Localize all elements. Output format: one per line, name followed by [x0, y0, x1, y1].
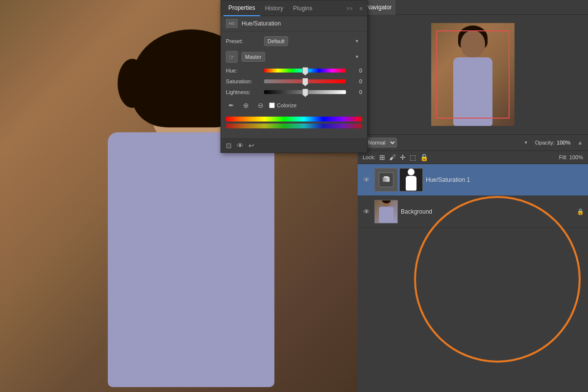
hue-row: Hue: 0	[226, 68, 362, 74]
navigator-tab[interactable]: Navigator	[363, 0, 395, 15]
mask-person-white	[404, 169, 418, 190]
lightness-slider-container	[264, 90, 346, 94]
right-panel: Navigator Normal ▼ Opacity	[358, 0, 588, 392]
props-title: Hue/Saturation	[242, 20, 281, 27]
lock-image-btn[interactable]: 🖌	[389, 153, 396, 161]
props-title-bar: HS Hue/Saturation	[221, 16, 367, 31]
eyedropper-subtract-btn[interactable]: ⊖	[255, 100, 266, 111]
preset-row: Preset: Default ▼	[226, 36, 362, 46]
opacity-value: 100%	[557, 140, 571, 146]
opacity-expand[interactable]: ▲	[577, 139, 583, 146]
lock-position-btn[interactable]: ✛	[400, 153, 406, 161]
lock-row: Lock: ⊞ 🖌 ✛ ⬚ 🔒 Fill: 100%	[358, 151, 588, 164]
blend-mode-select[interactable]: Normal	[363, 138, 397, 147]
colorize-text: Colorize	[277, 102, 296, 108]
colorize-checkbox[interactable]	[269, 102, 275, 108]
channel-row: ☞ Master ▼	[226, 51, 362, 63]
preset-label: Preset:	[226, 38, 260, 44]
layer-visibility-bg[interactable]: 👁	[362, 207, 371, 217]
opacity-label: Opacity:	[535, 140, 555, 146]
eyedropper-add-btn[interactable]: ⊕	[241, 100, 251, 111]
tab-properties[interactable]: Properties	[223, 0, 260, 16]
lightness-value: 0	[350, 89, 362, 95]
clip-to-layer-btn[interactable]: ⊡	[226, 142, 232, 149]
tab-plugins[interactable]: Plugins	[288, 0, 317, 16]
saturation-value: 0	[350, 78, 362, 84]
layer-visibility-hue-sat[interactable]: 👁	[362, 175, 371, 185]
eyedropper-btn[interactable]: ✒	[226, 100, 237, 111]
nav-thumb-body	[453, 57, 492, 126]
props-menu-btn[interactable]: ≡	[358, 4, 365, 12]
color-spectrum-top	[226, 117, 362, 122]
layer-lock-icon: 🔒	[577, 208, 584, 215]
hue-sat-icon: HS	[226, 19, 238, 28]
lock-pixels-btn[interactable]: ⊞	[379, 153, 385, 161]
preset-select[interactable]: Default	[264, 36, 288, 46]
saturation-label: Saturation:	[226, 78, 260, 84]
hue-slider-thumb[interactable]	[302, 67, 308, 74]
properties-panel: Properties History Plugins >> ≡ HS Hue/S…	[220, 0, 368, 153]
layers-blend-row: Normal ▼ Opacity: 100% ▲	[358, 135, 588, 151]
visibility-btn[interactable]: 👁	[237, 142, 244, 149]
channel-arrow-icon: ▼	[355, 54, 359, 59]
nav-thumb-head	[461, 30, 485, 57]
person-body	[108, 132, 274, 387]
hue-slider-track	[264, 69, 346, 73]
saturation-row: Saturation: 0	[226, 78, 362, 84]
fill-value: 100%	[569, 154, 583, 160]
navigator-thumbnail	[431, 23, 514, 126]
colorize-row: ✒ ⊕ ⊖ Colorize	[226, 100, 362, 111]
color-spectrum-bottom	[226, 123, 362, 128]
navigator-content	[358, 15, 588, 134]
channel-hand-btn[interactable]: ☞	[226, 51, 238, 63]
lock-label: Lock:	[363, 154, 375, 160]
layer-thumb-group	[374, 168, 423, 192]
layers-list: 👁 Hue/Saturation 1	[358, 164, 588, 392]
mask-head	[408, 169, 415, 175]
layer-thumb-hue-sat	[374, 168, 398, 192]
layer-item-background[interactable]: 👁 Background 🔒	[358, 196, 588, 228]
channel-select[interactable]: Master	[242, 52, 265, 62]
saturation-slider-container	[264, 79, 346, 83]
nav-thumb-person	[431, 30, 514, 126]
preset-arrow-icon: ▼	[355, 39, 359, 44]
saturation-slider-track	[264, 79, 346, 83]
lightness-slider-thumb[interactable]	[302, 89, 308, 96]
channel-select-wrapper: Master ▼	[242, 52, 362, 62]
layer-name-hue-sat: Hue/Saturation 1	[426, 176, 584, 183]
layer-item-hue-sat[interactable]: 👁 Hue/Saturation 1	[358, 164, 588, 196]
fill-control: Fill: 100%	[559, 154, 583, 160]
navigator-tab-bar: Navigator	[358, 0, 588, 15]
blend-mode-arrow: ▼	[524, 140, 528, 145]
hue-slider-container	[264, 69, 346, 73]
layer-mask-hue-sat	[399, 168, 423, 192]
blend-mode-wrapper: Normal ▼	[363, 138, 531, 147]
reset-btn[interactable]: ↩	[248, 142, 254, 149]
fill-label: Fill:	[559, 154, 567, 160]
lock-all-btn[interactable]: 🔒	[420, 153, 428, 161]
props-tab-controls: >> ≡	[344, 4, 365, 12]
tab-history[interactable]: History	[260, 0, 288, 16]
navigator-panel: Navigator	[358, 0, 588, 135]
lightness-row: Lightness: 0	[226, 89, 362, 95]
props-tab-bar: Properties History Plugins >> ≡	[221, 0, 367, 16]
hue-value: 0	[350, 68, 362, 74]
saturation-slider-thumb[interactable]	[302, 78, 308, 85]
layer-thumb-bg	[374, 200, 398, 223]
preset-select-wrapper: Default ▼	[264, 36, 362, 46]
layer-thumb-bg-group	[374, 200, 398, 223]
colorize-label: Colorize	[269, 102, 296, 108]
opacity-control: Opacity: 100%	[535, 140, 571, 146]
mask-body	[406, 176, 416, 191]
lock-artboards-btn[interactable]: ⬚	[410, 153, 416, 161]
props-footer: ⊡ 👁 ↩	[221, 138, 367, 152]
hue-label: Hue:	[226, 68, 260, 74]
lightness-label: Lightness:	[226, 89, 260, 95]
props-expand-btn[interactable]: >>	[344, 4, 355, 12]
layer-name-bg: Background	[401, 208, 574, 215]
color-tools: ✒ ⊕ ⊖	[226, 100, 266, 111]
lightness-slider-track	[264, 90, 346, 94]
props-body: Preset: Default ▼ ☞ Master ▼ Hue:	[221, 31, 367, 138]
